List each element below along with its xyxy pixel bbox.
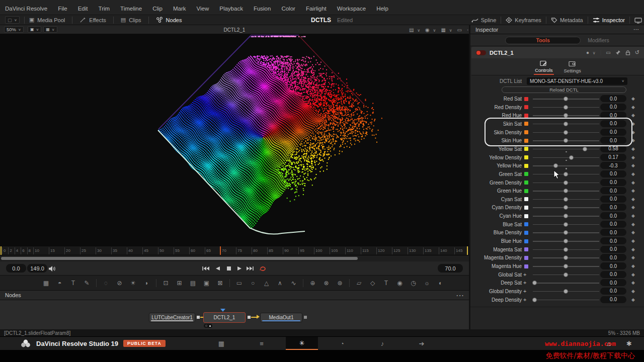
ellipse-mask-tool-icon[interactable]: ○: [246, 280, 260, 287]
viewer-lock-dropdown[interactable]: ◉ ∨: [425, 27, 436, 33]
menu-playback[interactable]: Playback: [219, 6, 243, 12]
audio-mute-button[interactable]: [47, 265, 56, 272]
resize-tool-icon[interactable]: ▣: [200, 280, 213, 287]
background-tool-icon[interactable]: ▦: [39, 280, 53, 287]
slider-value-field[interactable]: -0.3: [600, 162, 626, 169]
slider-handle[interactable]: [564, 289, 568, 294]
menu-timeline[interactable]: Timeline: [120, 6, 142, 12]
tab-controls[interactable]: Controls: [534, 58, 553, 75]
inspector-options-menu[interactable]: ⋯: [633, 26, 639, 33]
slider-handle[interactable]: [553, 163, 558, 168]
slider-handle[interactable]: [532, 298, 537, 302]
keyframe-diamond-icon[interactable]: ◆: [631, 205, 635, 210]
brightness-contrast-tool-icon[interactable]: ☀: [126, 280, 140, 287]
slider-value-field[interactable]: 0.0: [600, 262, 626, 269]
keyframe-diamond-icon[interactable]: ◆: [631, 121, 635, 126]
zoom-level-dropdown[interactable]: 50%∨: [4, 26, 24, 33]
keyframe-diamond-icon[interactable]: ◆: [631, 255, 635, 260]
view-layout-dropdown[interactable]: ▤ ∨: [409, 27, 420, 33]
keyframe-diamond-icon[interactable]: ◆: [631, 289, 635, 294]
tracker-tool-icon[interactable]: ⊕: [306, 280, 319, 287]
effects-button[interactable]: Effects: [79, 17, 106, 23]
reload-dctl-button[interactable]: Reload DCTL: [502, 86, 626, 93]
keyframe-version-dropdown[interactable]: ● ∨: [586, 50, 596, 55]
tab-tools[interactable]: Tools: [505, 37, 581, 44]
keyframe-diamond-icon[interactable]: ◆: [631, 180, 635, 185]
page-deliver-button[interactable]: ➔: [406, 337, 438, 350]
node-input-connector[interactable]: [304, 316, 307, 319]
menu-edit[interactable]: Edit: [78, 6, 88, 12]
spline-button[interactable]: Spline: [471, 17, 497, 23]
slider-handle[interactable]: [564, 122, 568, 126]
tab-settings[interactable]: Settings: [563, 58, 582, 75]
image-plane-3d-tool-icon[interactable]: ▱: [352, 280, 366, 287]
menu-mark[interactable]: Mark: [173, 6, 186, 12]
slider-value-field[interactable]: 0.58: [600, 145, 626, 152]
keyframe-diamond-icon[interactable]: ◆: [631, 171, 635, 176]
dve-tool-icon[interactable]: ⊞: [173, 280, 186, 287]
keyframes-button[interactable]: Keyframes: [506, 17, 541, 23]
slider-value-field[interactable]: 0.0: [600, 204, 626, 211]
menu-fairlight[interactable]: Fairlight: [306, 6, 327, 12]
playhead[interactable]: [220, 246, 221, 255]
page-edit-button[interactable]: ≡: [246, 337, 278, 350]
polygon-mask-tool-icon[interactable]: △: [260, 280, 273, 287]
menu-davinci-resolve[interactable]: DaVinci Resolve: [5, 6, 47, 12]
range-end-field[interactable]: 149.0: [27, 264, 47, 273]
slider-handle[interactable]: [564, 239, 568, 243]
reset-icon[interactable]: ↺: [635, 49, 639, 56]
timeline-scrollbar[interactable]: [1, 257, 358, 260]
menu-workspace[interactable]: Workspace: [337, 6, 366, 12]
paint-tool-icon[interactable]: ✎: [80, 280, 94, 287]
timeline-ruler[interactable]: 0246810152025303540455055606570758085909…: [0, 246, 469, 255]
slider-handle[interactable]: [564, 180, 568, 185]
keyframe-diamond-icon[interactable]: ◆: [631, 155, 635, 160]
play-reverse-button[interactable]: [213, 265, 222, 272]
keyframe-diamond-icon[interactable]: ◆: [631, 130, 635, 135]
blur-tool-icon[interactable]: ◗: [140, 280, 153, 287]
rectangle-mask-tool-icon[interactable]: ▭: [232, 280, 246, 287]
viewer-dot-badge[interactable]: [204, 324, 212, 328]
slider-value-field[interactable]: 0.0: [600, 129, 626, 136]
slider-handle[interactable]: [564, 130, 568, 135]
slider-value-field[interactable]: 0.0: [600, 137, 626, 144]
text-plus-tool-icon[interactable]: T: [66, 280, 80, 287]
slider-handle[interactable]: [564, 247, 568, 252]
slider-handle[interactable]: [564, 264, 568, 268]
merge-3d-tool-icon[interactable]: ◉: [393, 280, 407, 287]
loop-button[interactable]: [258, 265, 267, 272]
keyframe-diamond-icon[interactable]: ◆: [631, 272, 635, 277]
slider-value-field[interactable]: 0.0: [600, 112, 626, 119]
node-output-connector[interactable]: [248, 316, 251, 319]
clips-button[interactable]: ▤Clips: [121, 17, 141, 23]
range-in-marker[interactable]: [1, 246, 2, 255]
channel-dropdown[interactable]: ▦∨: [43, 26, 57, 33]
keyframe-diamond-icon[interactable]: ◆: [631, 138, 635, 143]
surface-tracker-tool-icon[interactable]: ⊛: [333, 280, 347, 287]
slider-track[interactable]: [533, 149, 599, 150]
slider-handle[interactable]: [564, 189, 568, 193]
expand-viewer-button[interactable]: ▭: [457, 27, 462, 33]
go-to-start-button[interactable]: [201, 265, 210, 272]
node-mediaout1[interactable]: MediaOut1: [260, 313, 302, 322]
menu-trim[interactable]: Trim: [99, 6, 110, 12]
interface-toggle-button[interactable]: ▢∨: [5, 16, 20, 24]
slider-handle[interactable]: [532, 281, 537, 285]
keyframe-diamond-icon[interactable]: ◆: [631, 163, 635, 168]
lock-icon[interactable]: [625, 50, 630, 55]
inspector-button[interactable]: Inspector: [593, 17, 625, 23]
play-button[interactable]: [235, 265, 244, 272]
gain-dropdown[interactable]: ▣∨: [28, 26, 41, 33]
slider-value-field[interactable]: 0.0: [600, 246, 626, 253]
slider-value-field[interactable]: 0.0: [600, 221, 626, 228]
slider-track[interactable]: [533, 165, 599, 166]
menu-clip[interactable]: Clip: [152, 6, 163, 12]
page-color-button[interactable]: ◔: [326, 337, 358, 350]
slider-value-field[interactable]: 0.0: [600, 187, 626, 194]
crop-tool-icon[interactable]: ▤: [186, 280, 200, 287]
slider-value-field[interactable]: 0.0: [600, 229, 626, 236]
slider-value-field[interactable]: 0.0: [600, 254, 626, 261]
slider-handle[interactable]: [569, 155, 574, 160]
slider-track[interactable]: [533, 300, 599, 301]
slider-value-field[interactable]: 0.0: [600, 170, 626, 177]
